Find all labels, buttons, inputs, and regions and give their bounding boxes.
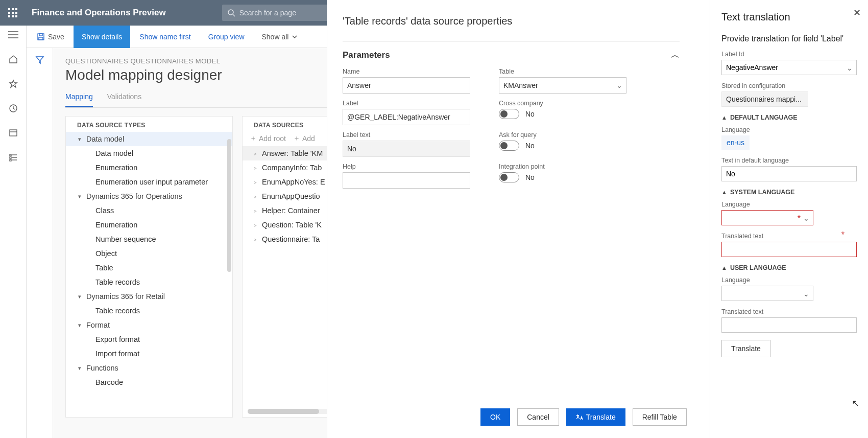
table-select[interactable]: [499, 77, 626, 94]
filter-lane: [27, 48, 53, 438]
ok-button[interactable]: OK: [480, 408, 510, 426]
user-language-select[interactable]: [721, 286, 813, 301]
recent-icon[interactable]: [7, 102, 19, 114]
add-button[interactable]: ＋ Add: [293, 134, 315, 143]
save-icon: [37, 33, 45, 41]
dialog-title: 'Table records' data source properties: [343, 15, 680, 27]
app-title: Finance and Operations Preview: [32, 8, 166, 18]
add-root-button[interactable]: ＋ Add root: [250, 134, 286, 143]
tree-node[interactable]: Data model: [66, 146, 232, 160]
tree-node[interactable]: Number sequence: [66, 232, 232, 246]
translate-icon: [576, 413, 583, 421]
tree-node[interactable]: Table: [66, 261, 232, 275]
user-translated-text-input[interactable]: [721, 317, 857, 333]
text-translation-pane: ✕ Text translation Provide translation f…: [710, 0, 868, 438]
tree-node[interactable]: ▾Format: [66, 318, 232, 332]
tree-node[interactable]: ▾Data model: [66, 132, 232, 146]
app-launcher-icon[interactable]: [0, 0, 26, 26]
home-icon[interactable]: [7, 53, 19, 65]
filter-icon[interactable]: [35, 55, 44, 64]
help-input[interactable]: [343, 172, 470, 189]
help-field: Help: [343, 163, 470, 189]
show-name-first-button[interactable]: Show name first: [131, 26, 199, 48]
show-all-button[interactable]: Show all: [254, 26, 306, 48]
tree-node[interactable]: Export format: [66, 332, 232, 347]
group-view-button[interactable]: Group view: [200, 26, 253, 48]
tree-node[interactable]: Import format: [66, 347, 232, 361]
svg-rect-3: [39, 34, 42, 36]
data-source-types-panel: DATA SOURCE TYPES ▾Data modelData modelE…: [65, 116, 233, 418]
close-icon[interactable]: ✕: [853, 7, 861, 18]
tab-validations[interactable]: Validations: [107, 93, 141, 107]
tree-node[interactable]: Enumeration: [66, 218, 232, 232]
required-icon: *: [841, 230, 845, 240]
search-placeholder: Search for a page: [239, 9, 296, 17]
default-language-group[interactable]: ▲DEFAULT LANGUAGE: [721, 114, 857, 121]
tree-node[interactable]: Enumeration user input parameter: [66, 175, 232, 189]
integration-point-toggle[interactable]: [499, 172, 519, 182]
required-icon: *: [798, 214, 801, 223]
tree-node[interactable]: ▾Dynamics 365 for Operations: [66, 189, 232, 203]
system-translated-text-input[interactable]: [721, 242, 857, 257]
tree-node[interactable]: Table records: [66, 275, 232, 289]
translation-subtitle: Provide translation for field 'Label': [721, 34, 857, 43]
modules-icon[interactable]: [7, 151, 19, 164]
svg-point-0: [228, 10, 233, 15]
cross-company-field: Cross company No: [499, 100, 626, 125]
chevron-up-icon: ︿: [671, 49, 680, 61]
refill-table-button[interactable]: Refill Table: [633, 408, 687, 426]
table-field: Table ⌄: [499, 68, 626, 94]
cross-company-toggle[interactable]: [499, 109, 519, 119]
save-button[interactable]: Save: [29, 26, 73, 48]
svg-rect-13: [10, 159, 11, 161]
scrollbar[interactable]: [227, 139, 231, 272]
default-language-value: en-us: [721, 135, 750, 150]
system-language-group[interactable]: ▲SYSTEM LANGUAGE: [721, 189, 857, 196]
cancel-button[interactable]: Cancel: [517, 408, 559, 426]
tree-node[interactable]: Table records: [66, 304, 232, 318]
svg-rect-9: [10, 130, 17, 136]
svg-line-1: [233, 14, 235, 16]
translation-title: Text translation: [721, 11, 857, 23]
label-text-field: Label text No: [343, 131, 470, 157]
translate-button[interactable]: Translate: [566, 408, 625, 426]
tree-node[interactable]: Barcode: [66, 375, 232, 389]
stored-in-config-field: Stored in configuration Questionnaires m…: [721, 82, 857, 107]
workspace-icon[interactable]: [7, 127, 19, 139]
hamburger-icon[interactable]: [7, 29, 19, 41]
label-id-select[interactable]: [721, 60, 857, 75]
ask-for-query-field: Ask for query No: [499, 131, 626, 157]
user-language-group[interactable]: ▲USER LANGUAGE: [721, 264, 857, 271]
label-id-field: Label Id ⌄: [721, 51, 857, 75]
integration-point-field: Integration point No: [499, 163, 626, 189]
svg-rect-4: [39, 37, 43, 40]
name-field: Name: [343, 68, 470, 94]
label-text-readonly: No: [343, 141, 470, 157]
tree-node[interactable]: ▾Functions: [66, 361, 232, 375]
translate-action-button[interactable]: Translate: [721, 340, 770, 357]
label-field: Label: [343, 100, 470, 125]
panel-header: DATA SOURCE TYPES: [66, 117, 232, 132]
chevron-down-icon: [292, 34, 298, 40]
parameters-section-header[interactable]: Parameters ︿: [343, 41, 680, 68]
tree-node[interactable]: Object: [66, 246, 232, 261]
star-icon[interactable]: [7, 78, 19, 90]
label-input[interactable]: [343, 109, 470, 125]
show-details-button[interactable]: Show details: [74, 26, 130, 48]
stored-in-config-value: Questionnaires mappi...: [721, 91, 808, 107]
name-input[interactable]: [343, 77, 470, 94]
svg-rect-12: [10, 157, 11, 158]
search-icon: [227, 9, 235, 17]
tree-node[interactable]: Class: [66, 203, 232, 218]
text-default-language-input[interactable]: [721, 166, 857, 181]
tree-node[interactable]: ▾Dynamics 365 for Retail: [66, 289, 232, 304]
search-input[interactable]: Search for a page: [222, 5, 329, 21]
left-nav-rail: [0, 26, 27, 438]
tree-node[interactable]: Enumeration: [66, 160, 232, 175]
svg-rect-11: [10, 154, 11, 156]
ask-for-query-toggle[interactable]: [499, 141, 519, 151]
tab-mapping[interactable]: Mapping: [65, 93, 93, 107]
